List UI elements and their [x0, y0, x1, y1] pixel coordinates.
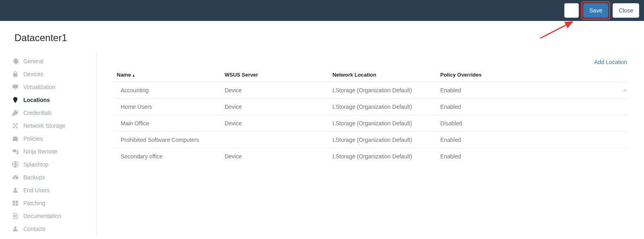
sidebar-item-label: Documentation [23, 213, 61, 219]
cell-name: Home Users [114, 99, 221, 115]
sidebar-item-policies[interactable]: Policies [11, 132, 96, 145]
sidebar-item-credentials[interactable]: Credentials [11, 106, 96, 119]
add-location-link[interactable]: Add Location [594, 59, 627, 65]
sidebar-item-devices[interactable]: Devices [11, 68, 96, 81]
globe-icon [11, 160, 19, 168]
gear-icon [11, 57, 19, 65]
sidebar-item-label: Patching [23, 200, 45, 206]
cell-wsus: Device [221, 99, 329, 115]
table-header-row: Name▲ WSUS Server Network Location Polic… [114, 68, 627, 82]
cell-net: LStorage (Organization Default) [329, 132, 437, 148]
sidebar-item-label: Ninja Remote [23, 148, 58, 155]
cell-policy: Enabled [437, 82, 617, 99]
sidebar-item-locations[interactable]: Locations [11, 94, 96, 106]
col-wsus[interactable]: WSUS Server [221, 68, 329, 82]
briefcase-icon [11, 135, 19, 143]
network-icon [11, 122, 19, 130]
cloud-up-icon [11, 173, 19, 181]
sidebar-item-contacts[interactable]: Contacts [11, 222, 96, 235]
table-row[interactable]: Secondary office Device LStorage (Organi… [114, 148, 627, 165]
monitor-icon [11, 83, 19, 91]
sidebar-item-backups[interactable]: Backups [11, 171, 96, 184]
cell-wsus: Device [221, 148, 329, 165]
main: General Devices Virtualization Locations… [0, 52, 644, 235]
sort-asc-icon: ▲ [132, 73, 135, 77]
locations-table: Name▲ WSUS Server Network Location Polic… [114, 68, 627, 164]
col-name[interactable]: Name▲ [114, 68, 221, 82]
cell-policy: Enabled [437, 148, 617, 165]
table-row[interactable]: Prohibited Software Computers LStorage (… [114, 132, 627, 148]
col-policy-overrides[interactable]: Policy Overrides [437, 68, 617, 82]
cell-name: Main Office [114, 115, 221, 132]
person-icon [11, 186, 19, 194]
topbar: Save Close [0, 0, 644, 21]
key-icon [11, 109, 19, 117]
cell-policy: Enabled [437, 132, 617, 148]
cell-policy: Enabled [437, 99, 617, 115]
cell-policy: Disabled [437, 115, 617, 132]
cell-net: LStorage (Organization Default) [329, 115, 437, 132]
lock-icon [11, 70, 19, 78]
doc-icon [11, 212, 19, 220]
page: Datacenter1 General Devices Virtualizati… [0, 21, 644, 235]
sidebar-item-ninja-remote[interactable]: Ninja Remote [11, 145, 96, 158]
sidebar-item-label: Virtualization [23, 84, 56, 90]
sidebar-item-label: Splashtop [23, 161, 48, 168]
cell-name: Secondary office [114, 148, 221, 165]
annotation-save-highlight: Save [581, 1, 610, 20]
pin-icon [11, 96, 19, 104]
sidebar-item-label: Backups [23, 174, 45, 181]
cell-net: LStorage (Organization Default) [329, 148, 437, 165]
sidebar-item-label: Credentials [23, 110, 52, 116]
cell-net: LStorage (Organization Default) [329, 99, 437, 115]
table-row[interactable]: Accounting Device LStorage (Organization… [114, 82, 627, 99]
page-title: Datacenter1 [0, 21, 644, 52]
cell-wsus: Device [221, 115, 329, 132]
person-icon [11, 225, 19, 233]
remote-icon [11, 148, 19, 156]
sidebar-item-network-storage[interactable]: Network Storage [11, 119, 96, 132]
cell-wsus [221, 132, 329, 148]
sidebar-item-label: Policies [23, 135, 43, 142]
cell-name: Accounting [114, 82, 221, 99]
save-button[interactable]: Save [583, 3, 608, 18]
sidebar-item-label: Devices [23, 71, 43, 77]
sidebar-item-label: Network Storage [23, 123, 65, 129]
toolbar: Add Location [114, 59, 627, 68]
col-network-location[interactable]: Network Location [329, 68, 437, 82]
cell-net: LStorage (Organization Default) [329, 82, 437, 99]
close-button[interactable]: Close [613, 3, 639, 18]
table-row[interactable]: Home Users Device LStorage (Organization… [114, 99, 627, 115]
table-row[interactable]: Main Office Device LStorage (Organizatio… [114, 115, 627, 132]
windows-icon [11, 199, 19, 207]
sidebar-item-patching[interactable]: Patching [11, 197, 96, 210]
sidebar-item-documentation[interactable]: Documentation [11, 210, 96, 222]
cell-name: Prohibited Software Computers [114, 132, 221, 148]
sidebar-item-general[interactable]: General [11, 55, 96, 68]
help-button[interactable] [564, 3, 579, 18]
sidebar-item-label: Locations [23, 97, 50, 103]
sidebar-item-label: End Users [23, 187, 50, 193]
sidebar: General Devices Virtualization Locations… [0, 52, 97, 235]
sidebar-item-end-users[interactable]: End Users [11, 184, 96, 197]
sidebar-item-label: General [23, 58, 43, 64]
sidebar-item-virtualization[interactable]: Virtualization [11, 81, 96, 94]
cell-wsus: Device [221, 82, 329, 99]
sidebar-item-splashtop[interactable]: Splashtop [11, 158, 96, 171]
content: Add Location Name▲ WSUS Server Network L… [97, 52, 644, 235]
chevron-up-icon [623, 87, 627, 94]
sidebar-item-label: Contacts [23, 226, 45, 232]
